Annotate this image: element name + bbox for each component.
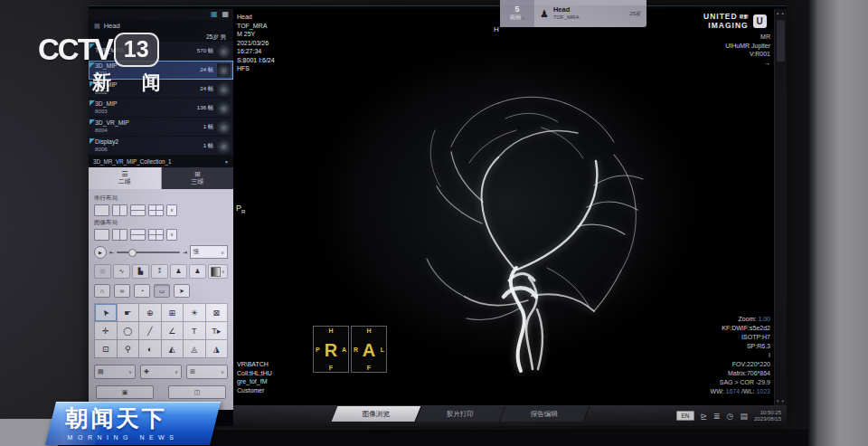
program-banner: 朝闻天下 MORNING NEWS <box>45 402 221 445</box>
arrow-text-button[interactable]: T▸ <box>206 322 228 339</box>
scroll-down-icon[interactable]: ▼▼ <box>775 399 787 403</box>
quick-row: ∩ ∞ ◔ ▭ ➤ <box>94 284 228 298</box>
menu-icon[interactable]: ≣ <box>713 412 721 421</box>
headset-button[interactable]: ∩ <box>94 284 110 298</box>
patient-name: Head <box>104 22 120 30</box>
curve-tool-button[interactable]: ∿ <box>113 264 130 279</box>
flip-horizontal-button[interactable]: ◭ <box>162 340 184 357</box>
tab-image-browse[interactable]: 图像浏览 <box>332 406 422 422</box>
orientation-top-marker: H <box>494 25 499 33</box>
link-series-button[interactable]: ∞ <box>114 284 130 298</box>
badge-button[interactable]: ▭ <box>154 284 170 298</box>
text-annotation-button[interactable]: T <box>184 322 205 339</box>
layout-2col-button[interactable] <box>112 229 127 241</box>
speed-select[interactable]: 慢 ∨ <box>190 245 228 259</box>
tab-2d-label: 二维 <box>118 178 131 185</box>
tab-film-print[interactable]: 胶片打印 <box>416 406 506 422</box>
channel-number-badge: 13 <box>114 33 159 67</box>
body-marker-button[interactable]: ♟ <box>170 264 187 279</box>
brightness-tool-button[interactable]: ☀ <box>184 304 205 321</box>
slider-thumb[interactable] <box>128 249 137 257</box>
add-combo[interactable]: ✚ ∨ <box>140 365 182 379</box>
invert-contrast-button[interactable]: ◐ <box>139 340 161 357</box>
info-line: 16:27:34 <box>237 47 275 56</box>
tool-panel: 串行布局 ∨ 图像布局 ∨ ▶ ⇤ <box>89 189 233 399</box>
task-queue-icon[interactable]: ⊵ <box>701 412 708 421</box>
layout-2x2-button[interactable] <box>148 229 164 241</box>
layout-1x1-button[interactable] <box>94 204 109 216</box>
delete-roi-button[interactable]: ⊠ <box>206 304 228 321</box>
scrollbar-thumb[interactable] <box>777 20 785 62</box>
skip-start-icon[interactable]: ⇤ <box>109 249 114 255</box>
grid-view-icon[interactable]: ▦ <box>211 11 218 18</box>
tab-2d[interactable]: ☰ 二维 <box>89 167 162 189</box>
collection-bar[interactable]: 3D_MR_VR_MIP_Collection_1 ▼ <box>89 156 233 167</box>
status-tray: EN ⊵ ≣ ◷ ▤ 10:50:25 2023/08/15 <box>676 410 787 422</box>
series-item[interactable]: Display28006 1 幅 <box>89 137 233 156</box>
apply-button[interactable]: ▣ <box>96 385 154 399</box>
speed-label: 慢 <box>193 248 200 256</box>
layout-2row-button[interactable] <box>130 204 146 216</box>
series-count: 24 幅 <box>200 85 213 93</box>
link-button[interactable]: ◫ <box>168 385 226 399</box>
scroll-up-icon[interactable]: ▲▲ <box>775 11 787 15</box>
layout-2row-button[interactable] <box>130 229 146 241</box>
roi-magnify-button[interactable]: ⊡ <box>95 340 117 357</box>
ellipse-roi-button[interactable]: ◯ <box>118 322 139 339</box>
play-button[interactable]: ▶ <box>94 246 107 259</box>
save-combo[interactable]: ▤ ∨ <box>94 365 136 379</box>
layout-2x2-button[interactable] <box>148 204 164 216</box>
image-viewport[interactable]: Head TOF_MRA M 25Y 2021/03/26 16:27:34 S… <box>233 9 787 405</box>
active-patient-tab[interactable]: ♟ Head TOF_MRA 25岁 <box>534 0 646 27</box>
angle-measure-button[interactable]: ∠ <box>162 322 184 339</box>
tab-report-edit[interactable]: 报告编辑 <box>500 406 590 422</box>
image-params: Zoom: 1.00 KF:DWIF:s5e2d2 ISOTP:H7 SP:R6… <box>711 315 770 396</box>
series-count: 136 幅 <box>197 104 213 112</box>
skip-end-icon[interactable]: ⇥ <box>183 249 187 255</box>
image-info-topleft: Head TOF_MRA M 25Y 2021/03/26 16:27:34 S… <box>237 13 275 73</box>
info-line: TOF_MRA <box>237 22 275 31</box>
history-button[interactable]: ◔ <box>134 284 150 298</box>
gradient-lut-combo[interactable]: ∨ <box>208 264 228 279</box>
function-row: ▦ ∿ ▙ ⁑ ♟ ♟ ∨ <box>94 264 228 279</box>
frame-slider[interactable] <box>117 251 180 253</box>
series-item[interactable]: 3D_MIP8003 136 幅 <box>89 99 233 118</box>
layout-2col-button[interactable] <box>112 204 127 216</box>
toolbox-icon[interactable]: ▤ <box>740 412 748 421</box>
series-count: 1 幅 <box>203 123 213 131</box>
tab-3d[interactable]: ⊞ 三维 <box>162 167 234 189</box>
annotation-button[interactable]: ⁑ <box>151 264 168 279</box>
export-combo[interactable]: ⊞ ∨ <box>186 365 228 379</box>
histogram-button[interactable]: ▙ <box>132 264 149 279</box>
input-language-indicator[interactable]: EN <box>676 411 693 421</box>
series-thumbnail <box>217 82 231 96</box>
rotate-right-button[interactable]: ◮ <box>206 340 228 357</box>
scroll-down-icon[interactable]: ▼ <box>224 159 229 165</box>
line-measure-button[interactable]: ╱ <box>139 322 161 339</box>
magnifier-button[interactable]: ⚲ <box>118 340 139 357</box>
orientation-left-marker: PR <box>236 204 245 214</box>
series-item[interactable]: 3D_VR_MIP8004 1 幅 <box>89 118 233 137</box>
clock-icon[interactable]: ◷ <box>727 412 734 421</box>
patient-header[interactable]: ▤ Head <box>89 20 233 32</box>
chevron-down-icon: ∨ <box>128 369 132 375</box>
series-thumbnail <box>217 44 231 58</box>
pointer-tool-button[interactable]: ➤ <box>95 304 117 321</box>
queue-count-dropdown[interactable]: 5 病例 ∨ <box>500 0 534 27</box>
zoom-tool-button[interactable]: ⊕ <box>139 304 161 321</box>
chevron-down-icon[interactable]: ∨ <box>166 229 177 241</box>
rotate-left-button[interactable]: ◬ <box>184 340 205 357</box>
system-line: → <box>725 59 770 68</box>
series-thumbnail <box>217 101 231 115</box>
cursor-mode-button[interactable]: ➤ <box>174 284 190 298</box>
list-view-icon[interactable]: ▦ <box>222 11 229 18</box>
body-marker-flip-button[interactable]: ♟ <box>189 264 206 279</box>
combo-row: ▤ ∨ ✚ ∨ ⊞ ∨ <box>94 365 228 379</box>
layout-1x1-button[interactable] <box>94 229 109 241</box>
viewport-scrollbar[interactable]: ▲▲ ▼▼ <box>774 9 787 405</box>
box-zoom-tool-button[interactable]: ⊞ <box>162 304 184 321</box>
chevron-down-icon[interactable]: ∨ <box>166 204 177 216</box>
crosshair-tool-button[interactable]: ✛ <box>95 322 117 339</box>
pan-tool-button[interactable]: ☛ <box>118 304 139 321</box>
window-preset-button[interactable]: ▦ <box>94 264 111 279</box>
